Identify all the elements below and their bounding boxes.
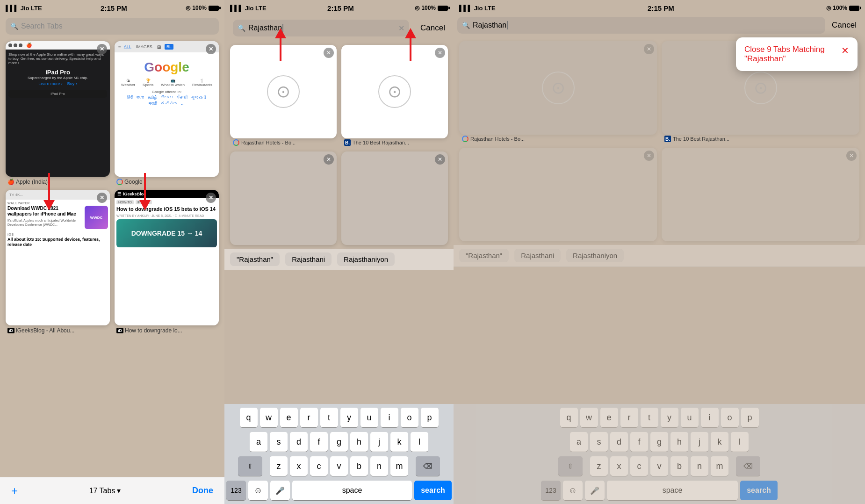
- key-z-3[interactable]: z: [590, 456, 608, 476]
- key-f-3[interactable]: f: [630, 432, 648, 452]
- key-s-3[interactable]: s: [590, 432, 608, 452]
- numbers-key-2[interactable]: 123: [226, 481, 246, 500]
- suggestion-1-3[interactable]: "Rajasthan": [459, 249, 509, 262]
- key-e-2[interactable]: e: [280, 408, 298, 427]
- key-t-2[interactable]: t: [320, 408, 338, 427]
- search-key-2[interactable]: search: [414, 481, 452, 500]
- key-i-2[interactable]: i: [381, 408, 398, 427]
- suggestion-3-2[interactable]: Rajasthaniyon: [337, 252, 395, 266]
- shift-key-3[interactable]: ⇧: [558, 456, 583, 476]
- search-bar-active[interactable]: 🔍 Rajasthan ✕: [233, 20, 409, 36]
- shift-key-2[interactable]: ⇧: [238, 456, 262, 476]
- key-j-2[interactable]: j: [370, 432, 388, 452]
- tab-result-3[interactable]: ✕: [230, 151, 337, 245]
- space-key-2[interactable]: space: [292, 481, 412, 500]
- close-result-1[interactable]: ✕: [324, 48, 334, 58]
- delete-key-2[interactable]: ⌫: [416, 456, 440, 476]
- key-v-2[interactable]: v: [330, 456, 348, 476]
- cancel-button-3[interactable]: Cancel: [827, 21, 861, 30]
- key-u-2[interactable]: u: [360, 408, 378, 427]
- tab-card-apple-inner[interactable]: ✕ 🍎 Shop now at the Apple Store online w…: [6, 41, 110, 177]
- key-x-2[interactable]: x: [290, 456, 308, 476]
- key-r-3[interactable]: r: [620, 408, 638, 427]
- done-button[interactable]: Done: [192, 486, 213, 496]
- close-tab-google[interactable]: ✕: [206, 44, 216, 54]
- close-result-2[interactable]: ✕: [435, 48, 445, 58]
- key-p-2[interactable]: p: [421, 408, 439, 427]
- key-o-2[interactable]: o: [401, 408, 418, 427]
- key-m-3[interactable]: m: [711, 456, 728, 476]
- close-result-3[interactable]: ✕: [324, 154, 334, 165]
- new-tab-button[interactable]: +: [11, 484, 18, 497]
- suggestion-3-3[interactable]: Rajasthaniyon: [566, 249, 624, 262]
- close-result-3-1[interactable]: ✕: [644, 44, 654, 54]
- close-tab-igeeks1[interactable]: ✕: [97, 193, 107, 203]
- key-i-3[interactable]: i: [701, 408, 719, 427]
- key-n-2[interactable]: n: [370, 456, 388, 476]
- popup-close-button[interactable]: ✕: [839, 45, 849, 56]
- key-l-3[interactable]: l: [731, 432, 749, 452]
- key-k-3[interactable]: k: [711, 432, 728, 452]
- key-h-3[interactable]: h: [670, 432, 688, 452]
- key-y-3[interactable]: y: [661, 408, 678, 427]
- key-a-3[interactable]: a: [570, 432, 588, 452]
- key-d-3[interactable]: d: [610, 432, 628, 452]
- delete-key-3[interactable]: ⌫: [736, 456, 760, 476]
- key-c-2[interactable]: c: [310, 456, 328, 476]
- key-s-2[interactable]: s: [270, 432, 288, 452]
- key-g-3[interactable]: g: [650, 432, 668, 452]
- key-k-2[interactable]: k: [390, 432, 408, 452]
- key-a-2[interactable]: a: [250, 432, 267, 452]
- key-b-3[interactable]: b: [670, 456, 688, 476]
- close-result-4[interactable]: ✕: [435, 154, 445, 165]
- search-key-3[interactable]: search: [740, 481, 778, 500]
- key-t-3[interactable]: t: [641, 408, 658, 427]
- key-e-3[interactable]: e: [600, 408, 618, 427]
- close-result-3-3[interactable]: ✕: [644, 151, 654, 161]
- key-z-2[interactable]: z: [270, 456, 288, 476]
- suggestion-2-2[interactable]: Rajasthani: [285, 252, 332, 266]
- numbers-key-3[interactable]: 123: [541, 481, 561, 500]
- emoji-key-2[interactable]: ☺: [248, 481, 268, 500]
- key-u-3[interactable]: u: [681, 408, 699, 427]
- key-h-2[interactable]: h: [350, 432, 368, 452]
- key-b-2[interactable]: b: [350, 456, 368, 476]
- key-q-2[interactable]: q: [240, 408, 258, 427]
- key-o-3[interactable]: o: [721, 408, 739, 427]
- key-m-2[interactable]: m: [390, 456, 408, 476]
- tab-result-3-3[interactable]: ✕: [459, 148, 657, 241]
- key-f-2[interactable]: f: [310, 432, 328, 452]
- tab-result-3-1[interactable]: ✕ ⊙: [459, 41, 657, 135]
- key-r-2[interactable]: r: [300, 408, 318, 427]
- key-g-2[interactable]: g: [330, 432, 348, 452]
- tab-card-igeeks2-inner[interactable]: ✕ ☰ iGeeksBlog HOW-TO IPHONE How to down…: [115, 190, 219, 325]
- cancel-button-2[interactable]: Cancel: [416, 23, 450, 33]
- key-j-3[interactable]: j: [691, 432, 708, 452]
- key-w-3[interactable]: w: [580, 408, 598, 427]
- tab-card-google-inner[interactable]: ✕ ≡ ALL IMAGES ⊞ BL Google 🌤Weather: [115, 41, 219, 177]
- key-v-3[interactable]: v: [650, 456, 668, 476]
- key-q-3[interactable]: q: [560, 408, 578, 427]
- key-d-2[interactable]: d: [290, 432, 308, 452]
- search-tabs-bar[interactable]: 🔍 Search Tabs: [6, 18, 219, 35]
- mic-key-2[interactable]: 🎤: [270, 481, 290, 500]
- tab-result-2[interactable]: ✕ ⊙: [341, 45, 448, 138]
- key-c-3[interactable]: c: [630, 456, 648, 476]
- mic-key-3[interactable]: 🎤: [585, 481, 605, 500]
- key-y-2[interactable]: y: [340, 408, 358, 427]
- space-key-3[interactable]: space: [607, 481, 738, 500]
- close-tab-apple[interactable]: ✕: [97, 44, 107, 54]
- suggestion-2-3[interactable]: Rajasthani: [514, 249, 561, 262]
- close-tab-igeeks2[interactable]: ✕: [206, 193, 216, 203]
- key-l-2[interactable]: l: [411, 432, 428, 452]
- popup-message[interactable]: Close 9 Tabs Matching "Rajasthan": [744, 45, 836, 64]
- key-w-2[interactable]: w: [260, 408, 278, 427]
- tab-result-4[interactable]: ✕: [341, 151, 448, 245]
- suggestion-1-2[interactable]: "Rajasthan": [230, 252, 280, 266]
- key-x-3[interactable]: x: [610, 456, 628, 476]
- key-p-3[interactable]: p: [741, 408, 759, 427]
- emoji-key-3[interactable]: ☺: [563, 481, 583, 500]
- search-bar-3[interactable]: 🔍 Rajasthan: [457, 17, 825, 34]
- tab-card-igeeks1-inner[interactable]: ✕ TV 4K... WALLPAPER Download WWDC 2021 …: [6, 190, 110, 325]
- close-result-3-4[interactable]: ✕: [846, 151, 857, 161]
